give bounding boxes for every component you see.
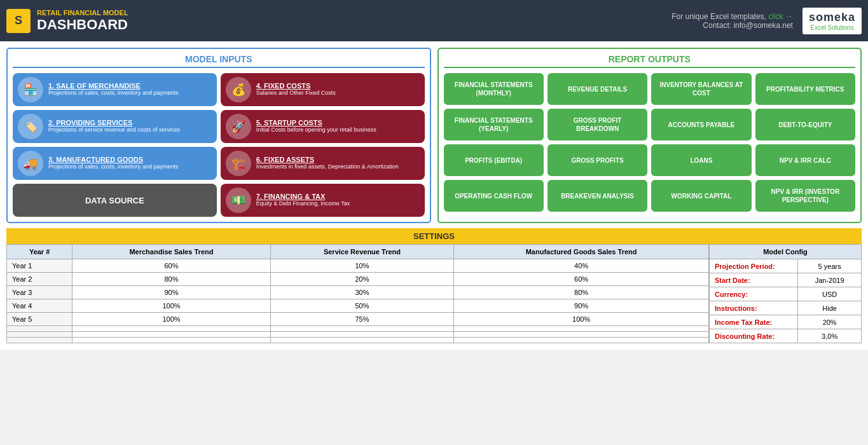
output-btn-13[interactable]: BREAKEVEN ANALYSIS bbox=[548, 180, 647, 212]
settings-cell: 60% bbox=[72, 259, 270, 273]
input-title-startup-costs: 5. STARTUP COSTS bbox=[256, 119, 376, 127]
output-btn-2[interactable]: INVENTORY BALANCES AT COST bbox=[651, 73, 751, 105]
header-contact-pre: For unique Excel templates, click → bbox=[672, 12, 793, 21]
input-text-manufactured-goods: 3. MANUFACTURED GOODS Projections of sal… bbox=[48, 156, 179, 171]
output-btn-0[interactable]: FINANCIAL STATEMENTS (MONTHLY) bbox=[444, 73, 544, 105]
settings-cell bbox=[7, 338, 72, 343]
output-btn-10[interactable]: LOANS bbox=[651, 144, 751, 176]
report-outputs-section: REPORT OUTPUTS FINANCIAL STATEMENTS (MON… bbox=[437, 48, 862, 223]
brand-logo: someka Excel Solutions bbox=[803, 8, 862, 34]
config-value[interactable]: 20% bbox=[798, 315, 862, 329]
output-btn-7[interactable]: DEBT-TO-EQUITY bbox=[755, 109, 855, 140]
input-desc-providing-services: Projections of service revenue and costs… bbox=[48, 127, 180, 134]
config-value[interactable]: Jan-2019 bbox=[798, 273, 862, 287]
input-item-data-source[interactable]: DATA SOURCE bbox=[13, 184, 217, 217]
settings-col-header: Year # bbox=[7, 245, 72, 259]
input-text-fixed-assets: 6. FIXED ASSETS Investments in fixed ass… bbox=[256, 156, 399, 171]
settings-cell: 30% bbox=[270, 286, 453, 299]
input-icon-startup-costs: 🚀 bbox=[226, 114, 251, 139]
header: S RETAIL FINANCIAL MODEL DASHBOARD For u… bbox=[0, 0, 868, 41]
config-table-row: Projection Period:5 years bbox=[710, 259, 862, 273]
settings-section: SETTINGS Year #Merchandise Sales TrendSe… bbox=[6, 228, 862, 343]
input-item-fixed-costs[interactable]: 💰 4. FIXED COSTS Salaries and Other Fixe… bbox=[221, 73, 425, 106]
settings-cell bbox=[7, 326, 72, 332]
input-item-manufactured-goods[interactable]: 🚚 3. MANUFACTURED GOODS Projections of s… bbox=[13, 147, 217, 180]
output-btn-14[interactable]: WORKING CAPITAL bbox=[651, 180, 751, 212]
output-btn-6[interactable]: ACCOUNTS PAYABLE bbox=[651, 109, 751, 140]
settings-cell bbox=[72, 338, 270, 343]
sections-row: MODEL INPUTS 🏪 1. SALE OF MERCHANDISE Pr… bbox=[6, 48, 862, 223]
settings-cell: 50% bbox=[270, 299, 453, 313]
input-desc-sale-merchandise: Projections of sales, costs, inventory a… bbox=[48, 90, 179, 97]
settings-cell bbox=[7, 332, 72, 338]
input-title-fixed-costs: 4. FIXED COSTS bbox=[256, 82, 336, 90]
output-btn-1[interactable]: REVENUE DETAILS bbox=[548, 73, 647, 105]
config-table-header: Model Config bbox=[710, 245, 862, 259]
config-value[interactable]: USD bbox=[798, 287, 862, 301]
model-inputs-section: MODEL INPUTS 🏪 1. SALE OF MERCHANDISE Pr… bbox=[6, 48, 431, 223]
output-btn-9[interactable]: GROSS PROFITS bbox=[548, 144, 647, 176]
settings-cell: 90% bbox=[454, 299, 709, 313]
config-table-row: Start Date:Jan-2019 bbox=[710, 273, 862, 287]
brand-name: someka bbox=[809, 11, 855, 24]
input-title-manufactured-goods: 3. MANUFACTURED GOODS bbox=[48, 156, 179, 163]
output-btn-15[interactable]: NPV & IRR (INVESTOR PERSPECTIVE) bbox=[755, 180, 855, 212]
settings-cell: 20% bbox=[270, 273, 453, 286]
input-text-fixed-costs: 4. FIXED COSTS Salaries and Other Fixed … bbox=[256, 82, 336, 97]
input-text-providing-services: 2. PROVIDING SERVICES Projections of ser… bbox=[48, 119, 180, 134]
input-title-providing-services: 2. PROVIDING SERVICES bbox=[48, 119, 180, 127]
config-label: Discounting Rate: bbox=[710, 329, 798, 343]
settings-cell: 80% bbox=[72, 273, 270, 286]
output-btn-4[interactable]: FINANCIAL STATEMENTS (YEARLY) bbox=[444, 109, 544, 140]
settings-cell: 10% bbox=[270, 259, 453, 273]
settings-cell: Year 5 bbox=[7, 313, 72, 326]
settings-cell: 100% bbox=[72, 313, 270, 326]
config-value[interactable]: Hide bbox=[798, 301, 862, 315]
config-table-row: Discounting Rate:3,0% bbox=[710, 329, 862, 343]
settings-table-row: Year 280%20%60% bbox=[7, 273, 709, 286]
config-table-row: Currency:USD bbox=[710, 287, 862, 301]
output-btn-3[interactable]: PROFITABILITY METRICS bbox=[755, 73, 855, 105]
settings-col-header: Manufactured Goods Sales Trend bbox=[454, 245, 709, 259]
output-btn-11[interactable]: NPV & IRR CALC bbox=[755, 144, 855, 176]
brand-tagline: Excel Solutions bbox=[809, 24, 855, 31]
input-item-sale-merchandise[interactable]: 🏪 1. SALE OF MERCHANDISE Projections of … bbox=[13, 73, 217, 106]
config-value[interactable]: 5 years bbox=[798, 259, 862, 273]
header-title: DASHBOARD bbox=[37, 17, 128, 33]
outputs-grid: FINANCIAL STATEMENTS (MONTHLY)REVENUE DE… bbox=[444, 73, 856, 212]
config-label: Currency: bbox=[710, 287, 798, 301]
input-text-startup-costs: 5. STARTUP COSTS Initial Costs before op… bbox=[256, 119, 376, 134]
config-label: Income Tax Rate: bbox=[710, 315, 798, 329]
settings-cell bbox=[270, 326, 453, 332]
output-btn-5[interactable]: GROSS PROFIT BREAKDOWN bbox=[548, 109, 647, 140]
main-content: MODEL INPUTS 🏪 1. SALE OF MERCHANDISE Pr… bbox=[0, 41, 868, 350]
config-value[interactable]: 3,0% bbox=[798, 329, 862, 343]
config-label: Instructions: bbox=[710, 301, 798, 315]
header-contact-link[interactable]: click → bbox=[768, 12, 793, 21]
settings-table-row bbox=[7, 332, 709, 338]
output-btn-8[interactable]: PROFITS (EBITDA) bbox=[444, 144, 544, 176]
settings-col-header: Merchandise Sales Trend bbox=[72, 245, 270, 259]
settings-header: SETTINGS bbox=[6, 228, 862, 244]
input-icon-fixed-costs: 💰 bbox=[226, 77, 251, 102]
settings-cell: 90% bbox=[72, 286, 270, 299]
config-label: Projection Period: bbox=[710, 259, 798, 273]
output-btn-12[interactable]: OPERATING CASH FLOW bbox=[444, 180, 544, 212]
config-label: Start Date: bbox=[710, 273, 798, 287]
settings-cell: 60% bbox=[454, 273, 709, 286]
input-title-fixed-assets: 6. FIXED ASSETS bbox=[256, 156, 399, 163]
input-item-startup-costs[interactable]: 🚀 5. STARTUP COSTS Initial Costs before … bbox=[221, 110, 425, 143]
settings-table-row: Year 4100%50%90% bbox=[7, 299, 709, 313]
input-item-providing-services[interactable]: 🏷️ 2. PROVIDING SERVICES Projections of … bbox=[13, 110, 217, 143]
settings-table-row bbox=[7, 338, 709, 343]
input-icon-fixed-assets: 🏗️ bbox=[226, 151, 251, 176]
settings-cell bbox=[72, 332, 270, 338]
header-contact: For unique Excel templates, click → Cont… bbox=[672, 12, 793, 30]
input-item-fixed-assets[interactable]: 🏗️ 6. FIXED ASSETS Investments in fixed … bbox=[221, 147, 425, 180]
header-left: S RETAIL FINANCIAL MODEL DASHBOARD bbox=[6, 9, 128, 33]
settings-cell bbox=[454, 338, 709, 343]
settings-cell: 75% bbox=[270, 313, 453, 326]
settings-table: Year #Merchandise Sales TrendService Rev… bbox=[6, 244, 709, 343]
header-contact-email: Contact: info@someka.net bbox=[672, 21, 793, 30]
input-item-financing-tax[interactable]: 💵 7. FINANCING & TAX Equity & Debt Finan… bbox=[221, 184, 425, 217]
